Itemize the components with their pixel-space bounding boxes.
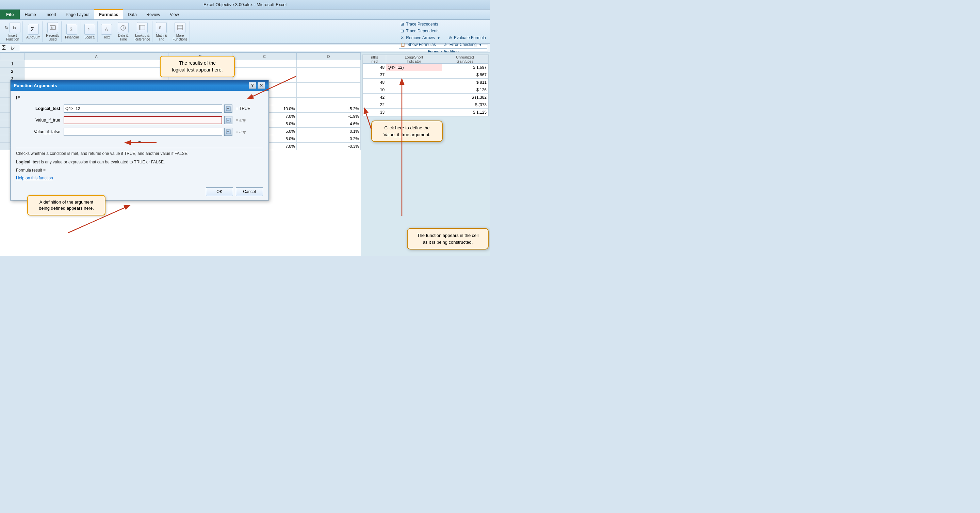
- rc-7-indicator[interactable]: [386, 86, 442, 94]
- svg-text:Σ: Σ: [30, 27, 34, 32]
- cell-2b[interactable]: [169, 68, 232, 75]
- arg-input-wrap-logical: [64, 105, 232, 113]
- error-checking-dropdown[interactable]: ▼: [479, 43, 482, 47]
- right-panel: nthsned Long/ShortIndicator UnrealizedGa…: [361, 53, 490, 256]
- rc-10-indicator[interactable]: [386, 108, 442, 116]
- error-checking-label: Error Checking: [450, 42, 477, 47]
- table-row: 10 $ 126: [363, 86, 488, 94]
- rc-10-months[interactable]: 33: [363, 108, 386, 116]
- menu-review[interactable]: Review: [142, 10, 165, 19]
- rc-8-gain[interactable]: $ (1,382: [442, 94, 488, 101]
- datetime-icon[interactable]: [118, 22, 129, 33]
- cell-1d[interactable]: [296, 60, 360, 68]
- cell-7d[interactable]: -5.2%: [296, 105, 360, 113]
- function-arguments-dialog[interactable]: Function Arguments ? ✕ IF Logical_test: [10, 80, 269, 201]
- cell-2a[interactable]: [24, 68, 169, 75]
- menu-home[interactable]: Home: [20, 10, 40, 19]
- math-label: Math &Trig: [156, 34, 167, 41]
- cell-1c[interactable]: [232, 60, 296, 68]
- cancel-button[interactable]: Cancel: [236, 187, 263, 196]
- rc-9-months[interactable]: 22: [363, 101, 386, 108]
- rc-4-indicator[interactable]: Q4>=12): [386, 64, 442, 71]
- menu-view[interactable]: View: [165, 10, 184, 19]
- menu-insert[interactable]: Insert: [41, 10, 61, 19]
- arg-label-value-if-true: Value_if_true: [16, 118, 60, 123]
- trace-precedents-item[interactable]: ⊞ Trace Precedents: [399, 21, 487, 27]
- cell-4d[interactable]: [296, 83, 360, 90]
- rc-5-indicator[interactable]: [386, 71, 442, 79]
- rc-7-gain[interactable]: $ 126: [442, 86, 488, 94]
- menu-page-layout[interactable]: Page Layout: [61, 10, 94, 19]
- rc-8-indicator[interactable]: [386, 94, 442, 101]
- lookup-icon[interactable]: [137, 22, 148, 33]
- remove-arrows-item[interactable]: ✕ Remove Arrows ▼: [399, 35, 442, 41]
- math-icon[interactable]: θ: [156, 22, 167, 33]
- value-if-false-input[interactable]: [64, 127, 222, 136]
- rc-9-indicator[interactable]: [386, 101, 442, 108]
- rc-4-months[interactable]: 48: [363, 64, 386, 71]
- toolbar: fx fx InsertFunction Σ AutoSum fx Recent…: [0, 20, 490, 43]
- ribbon-right-panel: ⊞ Trace Precedents ⊟ Trace Dependents ✕ …: [399, 21, 487, 53]
- value-if-false-collapse-btn[interactable]: [224, 127, 232, 136]
- title-text: Excel Objective 3.00.xlsx - Microsoft Ex…: [204, 2, 286, 7]
- recently-used-icon[interactable]: fx: [47, 22, 58, 33]
- logical-icon[interactable]: ?: [84, 24, 95, 35]
- cell-10d[interactable]: 0.1%: [296, 127, 360, 135]
- cell-9d[interactable]: 4.6%: [296, 120, 360, 127]
- autosum-icon[interactable]: Σ: [28, 24, 39, 35]
- cell-6d[interactable]: [296, 98, 360, 105]
- remove-arrows-dropdown[interactable]: ▼: [437, 36, 440, 40]
- cell-3d[interactable]: [296, 75, 360, 83]
- cell-1a[interactable]: [24, 60, 169, 68]
- value-if-true-input[interactable]: [64, 116, 222, 124]
- text-icon[interactable]: A: [101, 24, 112, 35]
- dialog-close-btn[interactable]: ✕: [258, 82, 265, 89]
- error-checking-item[interactable]: ⚠ Error Checking ▼: [443, 41, 484, 48]
- logical-test-collapse-btn[interactable]: [224, 105, 232, 113]
- col-header-b: B: [169, 53, 232, 60]
- table-row: 1: [0, 60, 361, 68]
- rc-9-gain[interactable]: $ (373: [442, 101, 488, 108]
- ok-button[interactable]: OK: [206, 187, 233, 196]
- dialog-help-btn[interactable]: ?: [249, 82, 256, 89]
- rc-6-indicator[interactable]: [386, 79, 442, 86]
- menu-file[interactable]: File: [0, 10, 20, 19]
- logical-test-input[interactable]: [64, 105, 222, 113]
- rc-5-gain[interactable]: $ 867: [442, 71, 488, 79]
- trace-dependents-icon: ⊟: [401, 29, 404, 33]
- rc-10-gain[interactable]: $ 1,125: [442, 108, 488, 116]
- rc-6-months[interactable]: 48: [363, 79, 386, 86]
- cell-11d[interactable]: -0.2%: [296, 135, 360, 143]
- rc-7-months[interactable]: 10: [363, 86, 386, 94]
- menu-data[interactable]: Data: [123, 10, 141, 19]
- trace-dependents-item[interactable]: ⊟ Trace Dependents: [399, 28, 487, 34]
- rc-6-gain[interactable]: $ 811: [442, 79, 488, 86]
- trace-precedents-label: Trace Precedents: [406, 22, 438, 27]
- financial-icon[interactable]: $: [66, 24, 77, 35]
- value-if-true-collapse-btn[interactable]: [224, 116, 232, 124]
- cell-2c[interactable]: [232, 68, 296, 75]
- table-row: 37 $ 867: [363, 71, 488, 79]
- arg-input-wrap-false: [64, 127, 232, 136]
- right-table: nthsned Long/ShortIndicator UnrealizedGa…: [363, 55, 488, 116]
- rc-4-gain[interactable]: $ 1,697: [442, 64, 488, 71]
- rc-5-months[interactable]: 37: [363, 71, 386, 79]
- cell-2d[interactable]: [296, 68, 360, 75]
- rc-8-months[interactable]: 42: [363, 94, 386, 101]
- toolbar-insert-function: fx fx InsertFunction: [3, 21, 23, 42]
- table-row: 33 $ 1,125: [363, 108, 488, 116]
- cell-1b[interactable]: [169, 60, 232, 68]
- help-link[interactable]: Help on this function: [16, 176, 53, 180]
- show-formulas-item[interactable]: 📋 Show Formulas: [399, 41, 437, 48]
- cell-12d[interactable]: -0.3%: [296, 143, 360, 150]
- table-row: 42 $ (1,382: [363, 94, 488, 101]
- callout-bottom-right-text: The function appears in the cellas it is…: [417, 233, 479, 245]
- insert-function-icon[interactable]: fx: [10, 22, 21, 33]
- toolbar-lookup: Lookup &Reference: [132, 21, 153, 42]
- more-icon[interactable]: [175, 22, 185, 33]
- menu-formulas[interactable]: Formulas: [94, 9, 123, 19]
- svg-text:?: ?: [88, 27, 89, 32]
- cell-5d[interactable]: [296, 90, 360, 98]
- cell-8d[interactable]: -1.9%: [296, 113, 360, 120]
- evaluate-formula-item[interactable]: ⊛ Evaluate Formula: [447, 35, 487, 41]
